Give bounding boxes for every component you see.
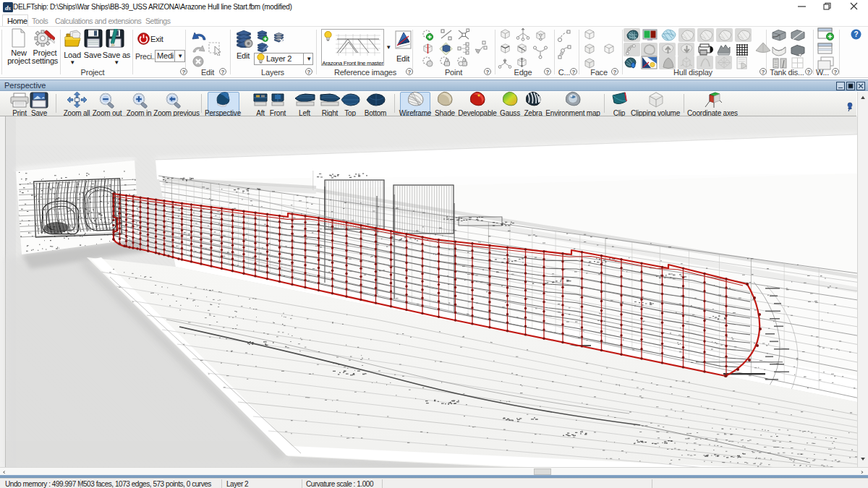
svg-text:ds: ds bbox=[5, 4, 12, 12]
